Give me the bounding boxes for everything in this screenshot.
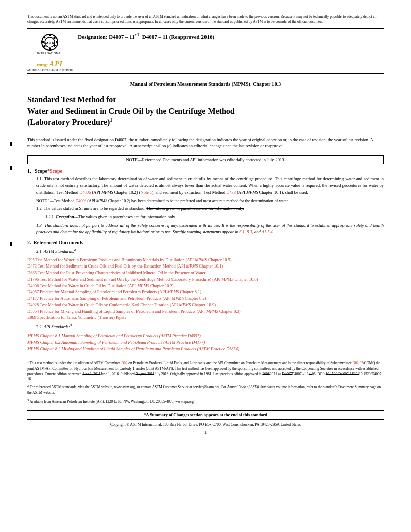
designation-superscript: ε1 bbox=[135, 32, 140, 37]
footnote-section: 1 This test method is under the jurisdic… bbox=[27, 357, 384, 404]
link-d4177[interactable]: D4177 bbox=[27, 296, 39, 301]
link-d473[interactable]: D473 bbox=[226, 190, 236, 195]
link-d0202[interactable]: D02.02 bbox=[352, 362, 363, 366]
link-d665[interactable]: D665 bbox=[27, 270, 37, 275]
footnote-2: 2 For referenced ASTM standards, visit t… bbox=[27, 384, 384, 395]
svg-text:INTERNATIONAL: INTERNATIONAL bbox=[37, 52, 62, 55]
link-d5854[interactable]: D5854 bbox=[27, 309, 39, 314]
main-title: Standard Test Method for Water and Sedim… bbox=[27, 94, 384, 128]
ref-d473: D473 Test Method for Sediment in Crude O… bbox=[27, 263, 384, 270]
link-api-d4177[interactable]: D4177 bbox=[192, 340, 203, 345]
svg-rect-2 bbox=[49, 34, 51, 36]
section2-21: 2.1 ASTM Standards:2 bbox=[36, 247, 384, 255]
section1-header: 1. Scope*Scope bbox=[27, 168, 384, 174]
svg-text:ASTM: ASTM bbox=[44, 41, 56, 45]
link-d4057[interactable]: D4057 bbox=[27, 289, 39, 294]
designation-line: Designation: D4007 – 11ε1 D4007 – 11 (Re… bbox=[78, 32, 384, 40]
link-8-3[interactable]: 8.3 bbox=[247, 229, 252, 234]
ref-d4057: D4057 Practice for Manual Sampling of Pe… bbox=[27, 289, 384, 295]
page-number: 1 bbox=[27, 430, 384, 435]
ref-d95: D95 Test Method for Water in Petroleum P… bbox=[27, 257, 384, 263]
section2-sup3: 3 bbox=[70, 323, 72, 327]
change-bar-3 bbox=[10, 242, 12, 246]
ref-d4177: D4177 Practice for Automatic Sampling of… bbox=[27, 295, 384, 302]
link-api-d5854[interactable]: D5854 bbox=[226, 346, 238, 351]
note-bar: NOTE—Referenced Documents and API inform… bbox=[27, 155, 384, 164]
ref-e969: E969 Specification for Glass Volumetric … bbox=[27, 314, 384, 321]
link-e969[interactable]: E969 bbox=[27, 315, 36, 320]
section2-header: 2. Referenced Documents bbox=[27, 240, 384, 245]
link-d4006-note[interactable]: D4006 bbox=[75, 198, 86, 203]
link-a154[interactable]: A1.5.4 bbox=[262, 229, 273, 234]
link-note1[interactable]: Note 1 bbox=[141, 190, 152, 195]
ref-api-83: MPMS Chapter 8.3 Mixing and Handling of … bbox=[27, 346, 384, 352]
svg-rect-3 bbox=[49, 48, 51, 51]
top-notice: This document is not an ASTM standard an… bbox=[27, 14, 384, 24]
link-d4006-1[interactable]: D4006 bbox=[79, 190, 91, 195]
new-designation: D4007 – 11 (Reapproved 2016) bbox=[142, 34, 214, 40]
old-designation: D4007 – 11 bbox=[109, 34, 134, 40]
section1-p2-sub: 1.2.1 Exception—The values given in pare… bbox=[45, 214, 384, 220]
api-logo-text: API bbox=[50, 60, 63, 69]
ref-d4006: D4006 Test Method for Water in Crude Oil… bbox=[27, 283, 384, 289]
mpms-title: Manual of Petroleum Measurement Standard… bbox=[27, 79, 384, 89]
section1-title-plain: Scope bbox=[35, 168, 47, 174]
section1-p1: 1.1 This test method describes the labor… bbox=[36, 176, 384, 196]
link-d4006-ref[interactable]: D4006 bbox=[27, 283, 39, 288]
logo-area: ASTM INTERNATIONAL energy API AMERICAN P… bbox=[27, 31, 73, 71]
footnote-1: 1 This test method is under the jurisdic… bbox=[27, 360, 384, 382]
svg-rect-5 bbox=[56, 41, 58, 43]
ref-d5854: D5854 Practice for Mixing and Handling o… bbox=[27, 308, 384, 315]
section2-sup2: 2 bbox=[74, 248, 76, 252]
section1-p3: 1.3 This standard does not purport to ad… bbox=[36, 222, 384, 235]
section1-p2: 1.2 The values stated in SI units are to… bbox=[36, 205, 384, 212]
section2-22: 2.2 API Standards:3 bbox=[36, 323, 384, 330]
header-row: ASTM INTERNATIONAL energy API AMERICAN P… bbox=[27, 28, 384, 74]
section1-number: 1. bbox=[27, 168, 34, 174]
astm-logo: ASTM INTERNATIONAL bbox=[34, 32, 65, 57]
water-label: Water bbox=[195, 270, 206, 275]
api-subtext: AMERICAN PETROLEUM INSTITUTE bbox=[27, 69, 73, 71]
ref-d4928: D4928 Test Method for Water in Crude Oil… bbox=[27, 302, 384, 308]
footnote-3: 3 Available from American Petroleum Inst… bbox=[27, 398, 384, 405]
section1-title-link[interactable]: *Scope bbox=[47, 168, 62, 174]
link-6-1[interactable]: 6.1 bbox=[239, 229, 245, 234]
designation-label: Designation: bbox=[78, 34, 107, 40]
link-d1796[interactable]: D1796 bbox=[27, 277, 39, 282]
svg-rect-4 bbox=[41, 41, 44, 43]
ref-api-82: MPMS Chapter 8.2 Automatic Sampling of P… bbox=[27, 339, 384, 346]
link-d95[interactable]: D95 bbox=[27, 257, 35, 262]
intro-box: This standard is issued under the fixed … bbox=[27, 134, 384, 153]
ref-api-81: MPMS Chapter 8.1 Manual Sampling of Petr… bbox=[27, 332, 384, 339]
bottom-bar: *A Summary of Changes section appears at… bbox=[27, 410, 384, 420]
link-api-d4057[interactable]: D4057 bbox=[188, 333, 199, 338]
note1-text: NOTE 1—Test Method D4006 (API MPMS Chapt… bbox=[36, 198, 384, 204]
link-d473-ref[interactable]: D473 bbox=[27, 263, 37, 269]
copyright-line: Copyright © ASTM International, 100 Barr… bbox=[27, 422, 384, 427]
change-bar-2 bbox=[10, 166, 12, 170]
page: This document is not an ASTM standard an… bbox=[0, 0, 411, 532]
api-refs-list: MPMS Chapter 8.1 Manual Sampling of Petr… bbox=[27, 332, 384, 352]
ref-d665: D665 Test Method for Rust-Preventing Cha… bbox=[27, 270, 384, 276]
change-bar-1 bbox=[10, 142, 12, 146]
link-d4928[interactable]: D4928 bbox=[27, 302, 39, 307]
ref-d1796: D1796 Test Method for Water and Sediment… bbox=[27, 276, 384, 283]
astm-refs-list: D95 Test Method for Water in Petroleum P… bbox=[27, 257, 384, 321]
title-superscript: 1 bbox=[110, 117, 112, 123]
link-d02[interactable]: D02 bbox=[121, 362, 127, 366]
designation-area: Designation: D4007 – 11ε1 D4007 – 11 (Re… bbox=[78, 31, 384, 42]
